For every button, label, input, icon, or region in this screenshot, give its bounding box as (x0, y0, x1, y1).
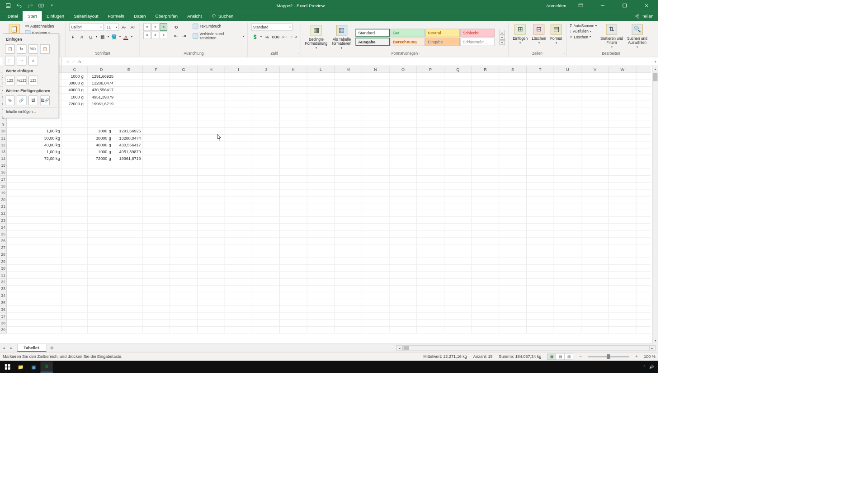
cell-S19[interactable] (499, 189, 527, 196)
cell-L32[interactable] (307, 279, 335, 285)
cell-D24[interactable] (88, 224, 115, 230)
cell-T27[interactable] (527, 244, 554, 251)
cell-C6[interactable]: 72000g (61, 100, 88, 107)
cell-H27[interactable] (198, 244, 225, 251)
cell-T16[interactable] (527, 169, 554, 175)
cell-K11[interactable] (280, 135, 307, 141)
cell-M28[interactable] (335, 251, 362, 258)
cell-V20[interactable] (581, 197, 609, 203)
cell-O25[interactable] (389, 230, 417, 237)
sheet-nav-prev[interactable]: ▸ (8, 346, 15, 351)
cell-I7[interactable] (225, 107, 252, 113)
cell-T21[interactable] (527, 203, 554, 210)
cell-J21[interactable] (252, 203, 280, 210)
cell-L24[interactable] (307, 224, 335, 230)
cell-T25[interactable] (527, 230, 554, 237)
cell-P18[interactable] (417, 183, 444, 189)
cell-F31[interactable] (142, 272, 170, 278)
cell-P35[interactable] (417, 299, 444, 305)
sign-in-link[interactable]: Anmelden (546, 3, 566, 8)
cell-H26[interactable] (198, 238, 225, 244)
cell-S29[interactable] (499, 258, 527, 264)
cell-D35[interactable] (88, 299, 115, 305)
vscroll-down[interactable]: ▾ (652, 338, 658, 344)
cell-I2[interactable] (225, 73, 252, 80)
cell-C3[interactable]: 30000g (61, 80, 88, 86)
cell-M18[interactable] (335, 183, 362, 189)
cell-I29[interactable] (225, 258, 252, 264)
cell-O12[interactable] (389, 141, 417, 148)
cell-F8[interactable] (142, 114, 170, 121)
cell-U4[interactable] (554, 87, 581, 93)
cell-E17[interactable] (115, 176, 143, 182)
cell-H11[interactable] (198, 135, 225, 141)
cell-R35[interactable] (472, 299, 499, 305)
cell-J32[interactable] (252, 279, 280, 285)
cell-N15[interactable] (362, 162, 390, 169)
align-bottom-left[interactable]: ≡ (143, 32, 151, 39)
cell-T34[interactable] (527, 292, 554, 299)
cell-R25[interactable] (472, 230, 499, 237)
cell-G10[interactable] (170, 128, 198, 134)
cell-V24[interactable] (581, 224, 609, 230)
cell-I23[interactable] (225, 217, 252, 223)
paste-opt-link[interactable]: 🔗 (17, 96, 26, 105)
cell-P34[interactable] (417, 292, 444, 299)
cell-N2[interactable] (362, 73, 390, 80)
cell-R4[interactable] (472, 87, 499, 93)
cell-W32[interactable] (609, 279, 637, 285)
cell-P28[interactable] (417, 251, 444, 258)
cell-L10[interactable] (307, 128, 335, 134)
cell-Q20[interactable] (444, 197, 472, 203)
column-header-J[interactable]: J (252, 66, 280, 72)
sheet-tab-1[interactable]: Tabelle1 (17, 344, 47, 352)
cell-P7[interactable] (417, 107, 444, 113)
cell-R17[interactable] (472, 176, 499, 182)
cell-U30[interactable] (554, 265, 581, 271)
cell-E14[interactable]: 19961,6719 (115, 155, 143, 162)
cell-U18[interactable] (554, 183, 581, 189)
cell-P15[interactable] (417, 162, 444, 169)
cell-L5[interactable] (307, 94, 335, 100)
insert-cells-button[interactable]: ⊞Einfügen▾ (512, 23, 528, 46)
cell-G35[interactable] (170, 299, 198, 305)
cell-W9[interactable] (609, 121, 637, 127)
currency-button[interactable]: 💲 (251, 33, 259, 41)
cell-I35[interactable] (225, 299, 252, 305)
cell-B32[interactable] (7, 279, 61, 285)
style-berechnung[interactable]: Berechnung (390, 38, 425, 46)
cell-D26[interactable] (88, 238, 115, 244)
cell-R15[interactable] (472, 162, 499, 169)
cell-U7[interactable] (554, 107, 581, 113)
cell-F4[interactable] (142, 87, 170, 93)
cell-P20[interactable] (417, 197, 444, 203)
cell-R22[interactable] (472, 210, 499, 216)
cell-E24[interactable] (115, 224, 143, 230)
cell-U32[interactable] (554, 279, 581, 285)
cell-Q19[interactable] (444, 189, 472, 196)
cell-R32[interactable] (472, 279, 499, 285)
cell-O38[interactable] (389, 320, 417, 326)
cell-R27[interactable] (472, 244, 499, 251)
cell-W8[interactable] (609, 114, 637, 121)
cell-E22[interactable] (115, 210, 143, 216)
cell-H33[interactable] (198, 286, 225, 292)
cell-S9[interactable] (499, 121, 527, 127)
cell-F10[interactable] (142, 128, 170, 134)
cell-B38[interactable] (7, 320, 61, 326)
cell-S36[interactable] (499, 306, 527, 312)
find-select-button[interactable]: 🔍Suchen und Auswählen▾ (627, 23, 648, 50)
cell-T15[interactable] (527, 162, 554, 169)
cell-F35[interactable] (142, 299, 170, 305)
cell-L15[interactable] (307, 162, 335, 169)
cell-C26[interactable] (61, 238, 88, 244)
cell-C39[interactable] (61, 327, 88, 333)
zoom-level[interactable]: 100 % (644, 354, 656, 359)
cell-L7[interactable] (307, 107, 335, 113)
cell-G31[interactable] (170, 272, 198, 278)
cell-H36[interactable] (198, 306, 225, 312)
cell-O35[interactable] (389, 299, 417, 305)
cell-Q23[interactable] (444, 217, 472, 223)
cell-J39[interactable] (252, 327, 280, 333)
cell-L13[interactable] (307, 148, 335, 155)
